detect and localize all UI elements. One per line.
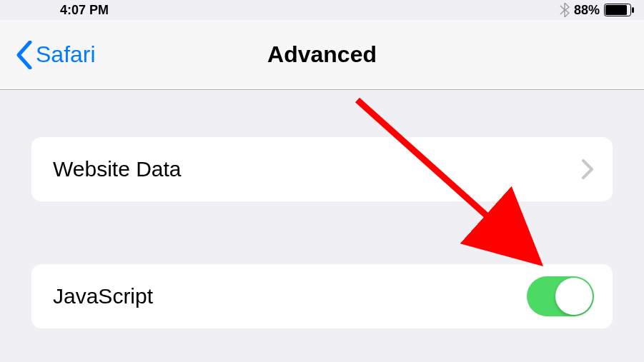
back-label: Safari — [36, 41, 96, 68]
javascript-toggle[interactable] — [527, 276, 594, 316]
row-label: Website Data — [53, 157, 182, 181]
chevron-right-icon — [581, 159, 594, 180]
status-bar: 4:07 PM 88% — [0, 0, 644, 20]
row-website-data[interactable]: Website Data — [31, 137, 613, 201]
page-title: Advanced — [0, 41, 644, 68]
row-label: JavaScript — [53, 284, 153, 308]
row-javascript: JavaScript — [31, 264, 613, 328]
status-time: 4:07 PM — [60, 3, 109, 18]
battery-icon — [604, 4, 634, 16]
chevron-left-icon — [16, 41, 33, 69]
nav-bar: Safari Advanced — [0, 20, 644, 90]
svg-rect-1 — [605, 5, 627, 15]
svg-rect-2 — [632, 7, 634, 13]
status-battery-pct: 88% — [574, 3, 600, 18]
bluetooth-icon — [560, 3, 570, 17]
toggle-knob — [555, 278, 593, 315]
back-button[interactable]: Safari — [16, 41, 96, 69]
